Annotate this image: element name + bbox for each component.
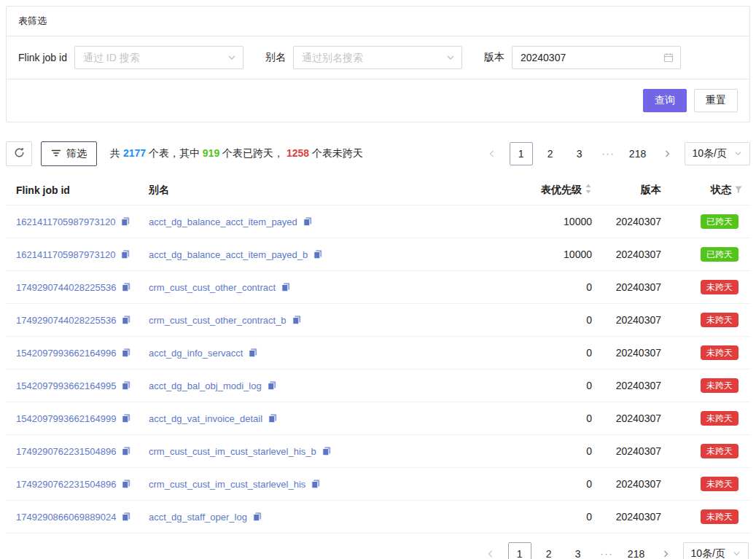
table-row: 1542097993662164995 acct_dg_bal_obj_modi… [6, 370, 750, 402]
priority-cell: 0 [490, 314, 599, 326]
priority-cell: 10000 [490, 249, 599, 260]
status-cell: 未跨天 [669, 280, 750, 294]
page-ellipsis[interactable]: ··· [597, 142, 620, 165]
flink-job-id-input[interactable] [75, 47, 243, 69]
page-button-218[interactable]: 218 [625, 542, 648, 559]
flink-job-id-link[interactable]: 1749290762231504896 [16, 446, 116, 457]
flink-job-id-link[interactable]: 1621411705987973120 [16, 216, 115, 227]
copy-icon[interactable] [121, 512, 131, 522]
page-button-1[interactable]: 1 [508, 542, 531, 559]
priority-header-label: 表优先级 [541, 184, 582, 197]
status-cell: 未跨天 [669, 345, 750, 360]
page-ellipsis[interactable]: ··· [596, 542, 619, 559]
copy-icon[interactable] [268, 413, 278, 423]
flink-job-id-link[interactable]: 1542097993662164995 [16, 380, 116, 391]
table-header: Flink job id 别名 表优先级 版本 状态 [6, 175, 750, 206]
table-row: 1621411705987973120 acct_dg_balance_acct… [6, 206, 750, 238]
flink-job-id-select[interactable] [74, 46, 243, 69]
flink-job-id-link[interactable]: 1749290762231504896 [16, 479, 116, 490]
alias-link[interactable]: crm_cust_cust_im_cust_starlevel_his_b [149, 446, 316, 457]
funnel-filter-icon[interactable] [734, 184, 743, 196]
refresh-button[interactable] [6, 141, 32, 166]
filter-form: Flink job id 别名 版本 [7, 36, 749, 79]
next-page-button[interactable] [655, 142, 679, 165]
alias-link[interactable]: acct_dg_balance_acct_item_payed_b [149, 249, 308, 260]
alias-link[interactable]: acct_dg_balance_acct_item_payed [149, 216, 297, 227]
version-cell: 20240307 [599, 478, 669, 490]
page-button-2[interactable]: 2 [539, 142, 562, 165]
alias-link[interactable]: crm_cust_cust_other_contract [149, 282, 276, 293]
alias-link[interactable]: crm_cust_cust_other_contract_b [149, 315, 287, 326]
copy-icon[interactable] [121, 348, 131, 358]
alias-cell: crm_cust_cust_other_contract [149, 282, 490, 293]
page-button-2[interactable]: 2 [537, 542, 561, 559]
copy-icon[interactable] [121, 315, 131, 325]
status-badge: 未跨天 [701, 444, 739, 458]
column-header-status[interactable]: 状态 [669, 184, 750, 197]
chevron-down-icon [227, 53, 236, 62]
priority-cell: 0 [490, 380, 599, 391]
priority-cell: 0 [490, 281, 599, 293]
copy-icon[interactable] [121, 446, 131, 456]
version-cell: 20240307 [599, 281, 669, 293]
chevron-down-icon [446, 53, 455, 62]
alias-link[interactable]: acct_dg_info_servacct [149, 348, 243, 359]
next-page-button[interactable] [654, 542, 677, 559]
refresh-icon [14, 147, 25, 160]
version-cell: 20240307 [599, 413, 669, 424]
column-header-priority[interactable]: 表优先级 [490, 183, 599, 197]
copy-icon[interactable] [121, 413, 131, 423]
copy-icon[interactable] [252, 512, 262, 522]
flink-job-id-link[interactable]: 1542097993662164996 [16, 348, 116, 359]
copy-icon[interactable] [322, 446, 332, 456]
prev-page-button[interactable] [479, 542, 502, 559]
alias-link[interactable]: acct_dg_bal_obj_modi_log [149, 380, 262, 391]
version-date-input[interactable] [513, 47, 680, 69]
alias-cell: acct_dg_balance_acct_item_payed_b [149, 249, 490, 260]
copy-icon[interactable] [121, 380, 131, 391]
copy-icon[interactable] [120, 249, 130, 259]
page-size-select[interactable]: 10条/页 [683, 542, 749, 559]
alias-input[interactable] [294, 47, 461, 69]
page-button-3[interactable]: 3 [566, 542, 590, 559]
copy-icon[interactable] [281, 282, 291, 292]
status-cell: 未跨天 [669, 378, 750, 393]
pagination-bottom: 1 2 3 ··· 218 10条/页 [479, 542, 749, 559]
alias-link[interactable]: crm_cust_cust_im_cust_starlevel_his [149, 479, 305, 490]
page-size-select[interactable]: 10条/页 [685, 142, 750, 165]
page-button-3[interactable]: 3 [568, 142, 591, 165]
alias-select[interactable] [293, 46, 462, 69]
status-cell: 已跨天 [669, 247, 750, 262]
copy-icon[interactable] [120, 216, 130, 227]
filter-button[interactable]: 筛选 [41, 141, 97, 166]
status-badge: 已跨天 [701, 247, 739, 262]
page-button-218[interactable]: 218 [626, 142, 650, 165]
alias-cell: acct_dg_info_servacct [149, 348, 490, 359]
id-cell: 1749290744028225536 [6, 315, 149, 326]
uncrossed-count: 1258 [287, 147, 309, 159]
flink-job-id-link[interactable]: 1749290866069889024 [16, 512, 116, 523]
search-button[interactable]: 查询 [643, 89, 687, 112]
copy-icon[interactable] [121, 479, 131, 489]
copy-icon[interactable] [311, 479, 321, 489]
copy-icon[interactable] [303, 216, 313, 227]
copy-icon[interactable] [313, 249, 323, 259]
alias-link[interactable]: acct_dg_staff_oper_log [149, 512, 247, 523]
prev-page-button[interactable] [480, 142, 504, 165]
reset-button[interactable]: 重置 [694, 89, 738, 112]
copy-icon[interactable] [267, 380, 277, 391]
flink-job-id-link[interactable]: 1542097993662164999 [16, 413, 116, 424]
sorter-icon[interactable] [585, 183, 592, 197]
copy-icon[interactable] [248, 348, 258, 358]
page-button-1[interactable]: 1 [510, 142, 533, 165]
status-badge: 未跨天 [701, 345, 739, 360]
flink-job-id-link[interactable]: 1749290744028225536 [16, 282, 116, 293]
id-cell: 1749290744028225536 [6, 282, 149, 293]
copy-icon[interactable] [121, 282, 131, 292]
alias-link[interactable]: acct_dg_vat_invoice_detail [149, 413, 262, 424]
version-date-picker[interactable] [512, 46, 681, 69]
id-cell: 1749290866069889024 [6, 512, 149, 523]
flink-job-id-link[interactable]: 1749290744028225536 [16, 315, 116, 326]
copy-icon[interactable] [292, 315, 302, 325]
flink-job-id-link[interactable]: 1621411705987973120 [16, 249, 115, 260]
